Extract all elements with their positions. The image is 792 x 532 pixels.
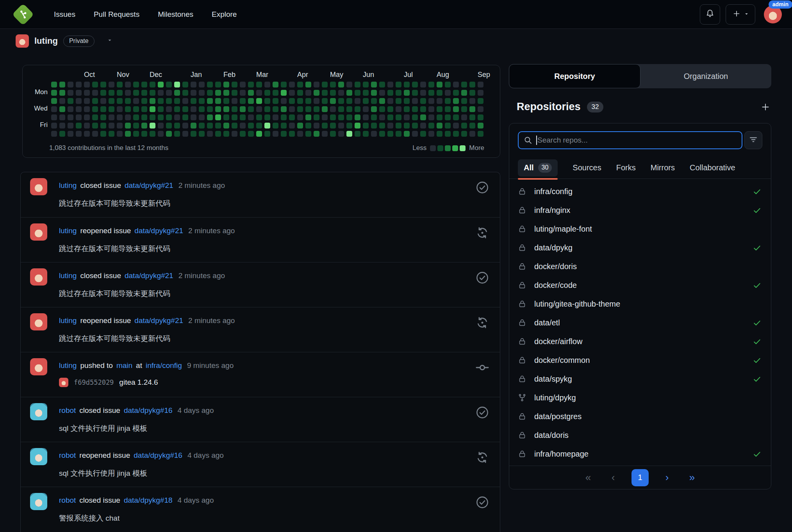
heatmap-cell[interactable] xyxy=(166,98,172,104)
heatmap-cell[interactable] xyxy=(191,90,196,96)
gitea-logo[interactable] xyxy=(12,3,34,26)
heatmap-cell[interactable] xyxy=(68,106,73,112)
heatmap-cell[interactable] xyxy=(84,82,90,87)
heatmap-cell[interactable] xyxy=(182,98,188,104)
heatmap-cell[interactable] xyxy=(478,82,483,87)
heatmap-cell[interactable] xyxy=(420,90,426,96)
heatmap-cell[interactable] xyxy=(355,114,360,120)
heatmap-cell[interactable] xyxy=(199,114,205,120)
avatar[interactable] xyxy=(30,358,47,375)
repo-name-link[interactable]: data/postgres xyxy=(534,412,582,421)
heatmap-cell[interactable] xyxy=(469,123,475,129)
heatmap-cell[interactable] xyxy=(125,123,131,129)
heatmap-cell[interactable] xyxy=(248,123,254,129)
heatmap-cell[interactable] xyxy=(59,82,65,87)
heatmap-cell[interactable] xyxy=(100,114,106,120)
heatmap-cell[interactable] xyxy=(223,90,229,96)
heatmap-cell[interactable] xyxy=(289,114,295,120)
heatmap-cell[interactable] xyxy=(264,131,270,137)
heatmap-cell[interactable] xyxy=(322,98,328,104)
heatmap-cell[interactable] xyxy=(158,106,164,112)
first-page-button[interactable]: « xyxy=(582,471,595,484)
heatmap-cell[interactable] xyxy=(355,106,360,112)
heatmap-cell[interactable] xyxy=(84,123,90,129)
repo-item[interactable]: docker/code xyxy=(509,276,771,295)
heatmap-cell[interactable] xyxy=(133,123,139,129)
current-page-button[interactable]: 1 xyxy=(631,469,649,486)
repo-name-link[interactable]: luting/maple-font xyxy=(534,225,592,234)
heatmap-cell[interactable] xyxy=(133,90,139,96)
avatar[interactable] xyxy=(30,178,47,195)
heatmap-cell[interactable] xyxy=(240,90,246,96)
heatmap-cell[interactable] xyxy=(125,98,131,104)
heatmap-cell[interactable] xyxy=(51,131,57,137)
heatmap-cell[interactable] xyxy=(404,90,410,96)
heatmap-cell[interactable] xyxy=(207,114,213,120)
heatmap-cell[interactable] xyxy=(264,123,270,129)
heatmap-cell[interactable] xyxy=(141,123,147,129)
heatmap-cell[interactable] xyxy=(84,114,90,120)
heatmap-cell[interactable] xyxy=(379,131,385,137)
heatmap-cell[interactable] xyxy=(404,114,410,120)
heatmap-cell[interactable] xyxy=(256,131,262,137)
repo-link[interactable]: data/dpykg#18 xyxy=(124,496,173,505)
heatmap-cell[interactable] xyxy=(404,98,410,104)
heatmap-cell[interactable] xyxy=(355,82,360,87)
heatmap-cell[interactable] xyxy=(437,123,442,129)
heatmap-cell[interactable] xyxy=(404,106,410,112)
heatmap-cell[interactable] xyxy=(453,90,459,96)
heatmap-cell[interactable] xyxy=(338,82,344,87)
heatmap-cell[interactable] xyxy=(314,123,319,129)
heatmap-cell[interactable] xyxy=(117,114,123,120)
heatmap-cell[interactable] xyxy=(109,123,114,129)
heatmap-cell[interactable] xyxy=(76,131,82,137)
repo-name-link[interactable]: docker/airflow xyxy=(534,337,582,346)
heatmap-cell[interactable] xyxy=(297,90,303,96)
heatmap-cell[interactable] xyxy=(371,90,377,96)
heatmap-cell[interactable] xyxy=(387,90,393,96)
heatmap-cell[interactable] xyxy=(297,98,303,104)
heatmap-cell[interactable] xyxy=(453,106,459,112)
next-page-button[interactable]: › xyxy=(660,471,674,484)
heatmap-cell[interactable] xyxy=(396,114,401,120)
heatmap-cell[interactable] xyxy=(215,82,221,87)
repo-link[interactable]: data/dpykg#16 xyxy=(134,451,182,460)
repo-item[interactable]: docker/doris xyxy=(509,257,771,276)
heatmap-cell[interactable] xyxy=(281,90,287,96)
heatmap-cell[interactable] xyxy=(346,98,352,104)
heatmap-cell[interactable] xyxy=(158,131,164,137)
heatmap-cell[interactable] xyxy=(314,90,319,96)
heatmap-cell[interactable] xyxy=(338,90,344,96)
heatmap-cell[interactable] xyxy=(92,114,98,120)
heatmap-cell[interactable] xyxy=(289,90,295,96)
heatmap-cell[interactable] xyxy=(428,98,434,104)
heatmap-cell[interactable] xyxy=(232,114,237,120)
heatmap-cell[interactable] xyxy=(59,90,65,96)
heatmap-cell[interactable] xyxy=(428,82,434,87)
heatmap-cell[interactable] xyxy=(478,98,483,104)
heatmap-cell[interactable] xyxy=(207,98,213,104)
heatmap-cell[interactable] xyxy=(355,123,360,129)
heatmap-cell[interactable] xyxy=(256,114,262,120)
create-new-button[interactable] xyxy=(726,4,755,25)
heatmap-cell[interactable] xyxy=(461,98,467,104)
heatmap-cell[interactable] xyxy=(109,114,114,120)
repo-link[interactable]: data/dpykg#21 xyxy=(125,181,173,190)
heatmap-cell[interactable] xyxy=(207,131,213,137)
heatmap-cell[interactable] xyxy=(256,98,262,104)
heatmap-cell[interactable] xyxy=(355,90,360,96)
heatmap-cell[interactable] xyxy=(445,106,451,112)
heatmap-cell[interactable] xyxy=(166,106,172,112)
heatmap-cell[interactable] xyxy=(338,106,344,112)
heatmap-cell[interactable] xyxy=(363,131,369,137)
heatmap-cell[interactable] xyxy=(256,90,262,96)
heatmap-cell[interactable] xyxy=(92,98,98,104)
heatmap-cell[interactable] xyxy=(158,98,164,104)
heatmap-cell[interactable] xyxy=(412,90,418,96)
heatmap-cell[interactable] xyxy=(174,82,180,87)
heatmap-cell[interactable] xyxy=(461,131,467,137)
heatmap-cell[interactable] xyxy=(174,90,180,96)
heatmap-cell[interactable] xyxy=(84,106,90,112)
avatar[interactable] xyxy=(30,313,47,330)
heatmap-cell[interactable] xyxy=(453,114,459,120)
